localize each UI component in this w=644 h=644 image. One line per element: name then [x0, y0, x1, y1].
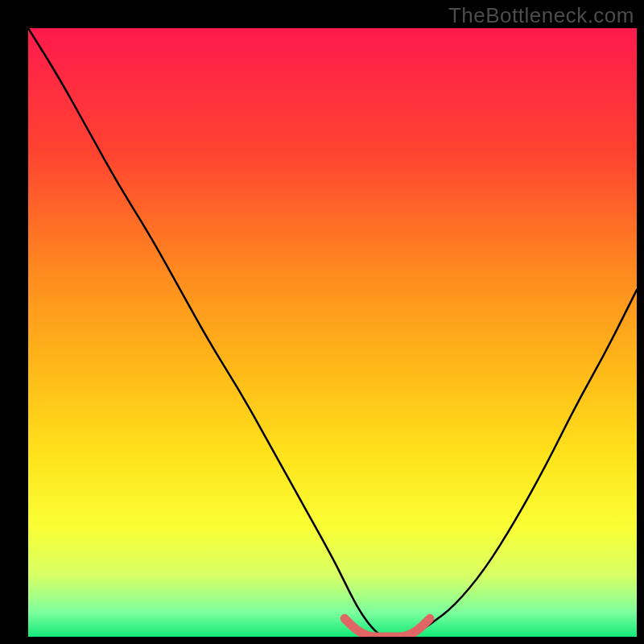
highlight-min-segment	[345, 618, 430, 637]
watermark-text: TheBottleneck.com	[448, 3, 634, 28]
bottleneck-curve	[28, 28, 637, 637]
curve-layer	[28, 28, 637, 637]
chart-frame: TheBottleneck.com	[0, 0, 644, 644]
plot-area	[28, 28, 637, 637]
